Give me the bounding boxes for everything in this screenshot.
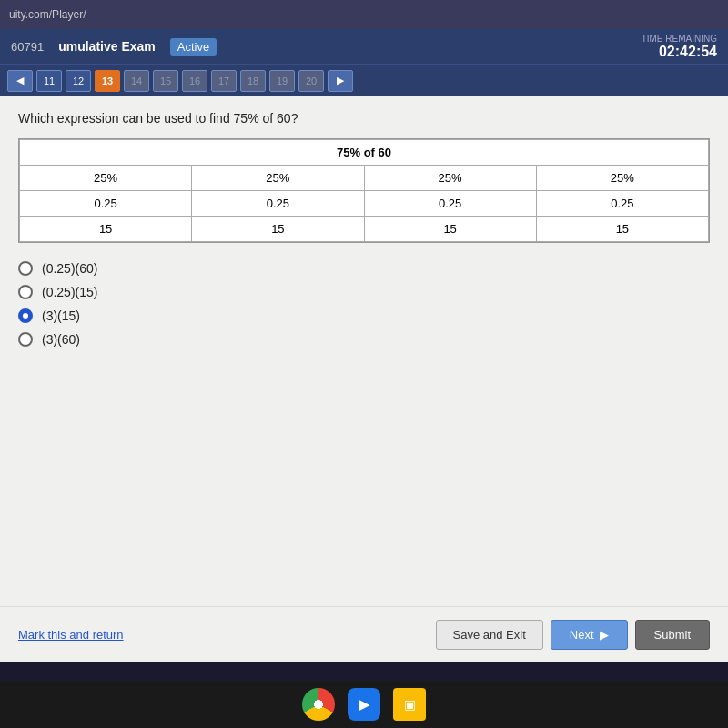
option-1-label: (0.25)(60): [42, 261, 97, 276]
radio-2[interactable]: [18, 285, 33, 299]
browser-bar: uity.com/Player/: [0, 0, 728, 29]
table-cell: 0.25: [536, 191, 708, 217]
next-arrow[interactable]: ▶: [328, 70, 353, 92]
exam-title: umulative Exam: [58, 39, 156, 54]
option-4[interactable]: (3)(60): [18, 332, 710, 347]
page-17[interactable]: 17: [211, 70, 237, 92]
page-12[interactable]: 12: [66, 70, 91, 92]
page-16[interactable]: 16: [182, 70, 207, 92]
time-remaining-label: TIME REMAINING: [642, 34, 717, 44]
bottom-bar: Mark this and return Save and Exit Next …: [0, 606, 728, 662]
prev-arrow[interactable]: ◀: [7, 70, 33, 92]
table-cell: 15: [20, 217, 192, 242]
page-18[interactable]: 18: [240, 70, 266, 92]
table-cell: 25%: [20, 166, 192, 191]
page-13[interactable]: 13: [95, 70, 120, 92]
page-15[interactable]: 15: [153, 70, 178, 92]
table-cell: 25%: [364, 166, 536, 191]
table-container: 75% of 60 25% 25% 25% 25% 0.25 0.25 0.25…: [18, 138, 710, 243]
page-20[interactable]: 20: [298, 70, 324, 92]
table-row: 25% 25% 25% 25%: [20, 166, 709, 191]
option-1[interactable]: (0.25)(60): [18, 261, 710, 276]
table-cell: 0.25: [20, 191, 192, 217]
next-arrow-icon: ▶: [600, 628, 609, 642]
table-row: 15 15 15 15: [20, 217, 709, 242]
table-cell: 25%: [536, 166, 708, 191]
answer-options: (0.25)(60) (0.25)(15) (3)(15) (3)(60): [18, 261, 710, 347]
radio-1[interactable]: [18, 261, 33, 276]
time-value: 02:42:54: [642, 44, 717, 60]
meet-icon[interactable]: ▶: [348, 688, 380, 721]
table-cell: 15: [364, 217, 536, 242]
chrome-icon[interactable]: [302, 688, 335, 721]
option-2-label: (0.25)(15): [42, 285, 97, 299]
time-remaining: TIME REMAINING 02:42:54: [642, 34, 717, 60]
answer-table: 75% of 60 25% 25% 25% 25% 0.25 0.25 0.25…: [19, 139, 709, 242]
option-3[interactable]: (3)(15): [18, 308, 710, 323]
table-row: 0.25 0.25 0.25 0.25: [20, 191, 709, 217]
top-header: 60791 umulative Exam Active TIME REMAINI…: [0, 29, 728, 64]
question-text: Which expression can be used to find 75%…: [18, 111, 710, 126]
table-cell: 15: [536, 217, 708, 242]
slides-icon[interactable]: ▣: [393, 688, 426, 721]
option-4-label: (3)(60): [42, 332, 80, 347]
table-cell: 0.25: [192, 191, 364, 217]
taskbar: ▶ ▣: [0, 681, 728, 728]
main-content: Which expression can be used to find 75%…: [0, 96, 728, 606]
page-11[interactable]: 11: [36, 70, 62, 92]
save-exit-button[interactable]: Save and Exit: [436, 620, 543, 650]
browser-url: uity.com/Player/: [9, 8, 86, 21]
table-header: 75% of 60: [20, 140, 709, 166]
exam-id: 60791: [11, 40, 44, 54]
submit-button[interactable]: Submit: [635, 620, 710, 650]
table-cell: 0.25: [364, 191, 536, 217]
mark-return-link[interactable]: Mark this and return: [18, 628, 124, 642]
radio-4[interactable]: [18, 332, 33, 347]
table-cell: 25%: [192, 166, 364, 191]
active-badge: Active: [170, 38, 217, 56]
navigation-row: ◀ 11 12 13 14 15 16 17 18 19 20 ▶: [0, 64, 728, 96]
page-14[interactable]: 14: [124, 70, 149, 92]
radio-3[interactable]: [18, 308, 33, 323]
option-2[interactable]: (0.25)(15): [18, 285, 710, 299]
table-cell: 15: [192, 217, 364, 242]
option-3-label: (3)(15): [42, 308, 80, 323]
next-button[interactable]: Next ▶: [551, 620, 628, 650]
page-19[interactable]: 19: [269, 70, 295, 92]
